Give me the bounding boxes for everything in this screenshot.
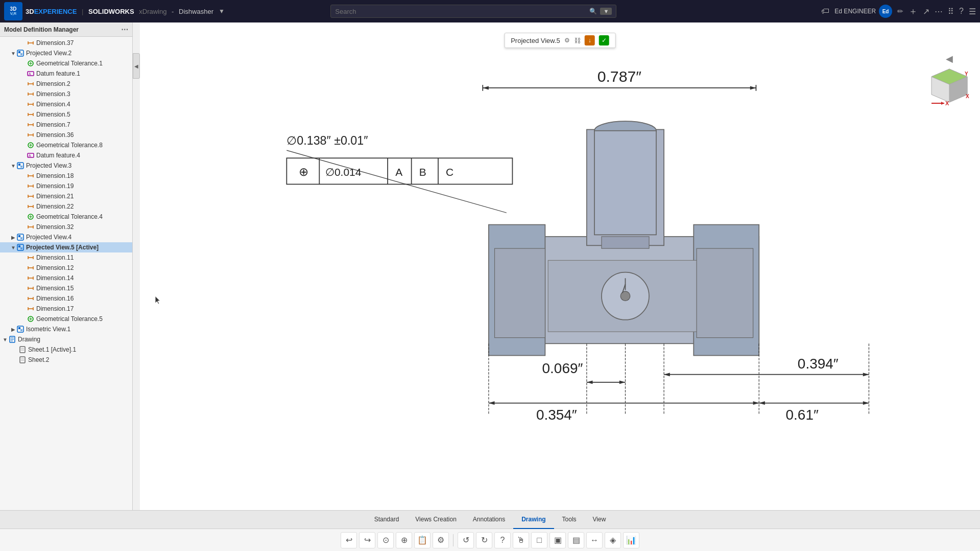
toolbar-display[interactable]: ◈ [605, 532, 621, 548]
tree-expand-iso1[interactable]: ▶ [10, 326, 16, 332]
tree-label: Dimension.37 [36, 39, 74, 47]
tree-item-dim36[interactable]: Dimension.36 [0, 130, 132, 140]
tree-item-iso1[interactable]: ▶Isometric View.1 [0, 324, 132, 334]
tree-item-pv2[interactable]: ▼Projected View.2 [0, 48, 132, 58]
svg-marker-125 [587, 380, 593, 384]
search-input[interactable] [335, 8, 586, 15]
toolbar-chart[interactable]: 📊 [623, 532, 639, 548]
tab-standard[interactable]: Standard [366, 511, 408, 529]
toolbar-transfer[interactable]: ↔ [586, 532, 603, 548]
toolbar-redo2[interactable]: ↻ [476, 532, 492, 548]
software-name: SOLIDWORKS [88, 8, 134, 15]
tab-drawing[interactable]: Drawing [513, 511, 554, 529]
share-icon[interactable]: ↗ [923, 7, 929, 16]
tree-expand-pv5[interactable]: ▼ [10, 244, 16, 250]
toolbar-split[interactable]: ▤ [568, 532, 584, 548]
badge-settings-icon[interactable]: ⚙ [564, 37, 570, 44]
tree-item-pv3[interactable]: ▼Projected View.3 [0, 160, 132, 171]
bottom-toolbar: ↩↪⊙⊕📋⚙↺↻?🖱□▣▤↔◈📊 [0, 529, 980, 551]
toolbar-redo[interactable]: ↪ [359, 532, 375, 548]
tree-icon-dim [27, 284, 35, 292]
add-icon[interactable]: ＋ [909, 5, 918, 17]
doc-dropdown-button[interactable]: ▼ [217, 7, 227, 16]
toolbar-window[interactable]: □ [531, 532, 547, 548]
toolbar-refresh[interactable]: ⊙ [377, 532, 394, 548]
toolbar-settings[interactable]: ⚙ [433, 532, 449, 548]
tree-item-datum4[interactable]: ADatum feature.4 [0, 150, 132, 160]
tree-item-dim18[interactable]: Dimension.18 [0, 171, 132, 181]
tree-expand-drawing[interactable]: ▼ [2, 336, 8, 342]
tree-label: Dimension.3 [36, 90, 70, 98]
panel-options-icon[interactable]: ⋯ [121, 26, 128, 34]
tree-item-dim7[interactable]: Dimension.7 [0, 120, 132, 130]
toolbar-help[interactable]: ? [494, 532, 511, 548]
svg-text:X: X [945, 100, 949, 106]
bookmark-icon[interactable]: 🏷 [821, 7, 829, 16]
tree-item-dim5[interactable]: Dimension.5 [0, 109, 132, 120]
network-icon[interactable]: ⋯ [935, 7, 943, 16]
tree-item-dim37[interactable]: Dimension.37 [0, 38, 132, 48]
tree-label: Datum feature.4 [36, 152, 80, 159]
tree-item-pv5[interactable]: ▼Projected View.5 [Active] [0, 242, 132, 252]
help-icon[interactable]: ? [959, 7, 964, 16]
badge-orange-button[interactable]: ↓ [585, 35, 595, 45]
pencil-icon[interactable]: ✏ [897, 7, 903, 15]
tree-item-dim11[interactable]: Dimension.11 [0, 252, 132, 263]
tree-expand-pv4[interactable]: ▶ [10, 234, 16, 240]
svg-marker-143 [941, 102, 944, 105]
tab-annotations[interactable]: Annotations [465, 511, 513, 529]
tree-item-geo8[interactable]: Geometrical Tolerance.8 [0, 140, 132, 150]
tree-item-dim16[interactable]: Dimension.16 [0, 293, 132, 304]
toolbar-undo2[interactable]: ↺ [458, 532, 474, 548]
tree-item-dim12[interactable]: Dimension.12 [0, 263, 132, 273]
tree-expand-pv2[interactable]: ▼ [10, 50, 16, 56]
tree-item-dim15[interactable]: Dimension.15 [0, 283, 132, 293]
tree-item-geo5[interactable]: Geometrical Tolerance.5 [0, 314, 132, 324]
tree-item-dim32[interactable]: Dimension.32 [0, 222, 132, 232]
tree-item-dim14[interactable]: Dimension.14 [0, 273, 132, 283]
apps-icon[interactable]: ⠿ [948, 7, 954, 16]
toolbar-sync[interactable]: ⊕ [396, 532, 412, 548]
orient-cube-svg[interactable]: Y X X [929, 66, 970, 107]
dim-bottom2-text: 0.394″ [798, 356, 839, 372]
tree-label: Dimension.5 [36, 111, 70, 118]
panel-collapse-button[interactable]: ◀ [133, 53, 140, 79]
orient-widget: ◀ Y X X [929, 53, 970, 107]
svg-rect-117 [495, 248, 545, 338]
tree-item-drawing[interactable]: ▼Drawing [0, 334, 132, 345]
badge-link-icon[interactable]: ⛓ [574, 37, 581, 44]
tab-tools[interactable]: Tools [554, 511, 585, 529]
tree-item-dim3[interactable]: Dimension.3 [0, 89, 132, 99]
tree-item-dim4[interactable]: Dimension.4 [0, 99, 132, 109]
toolbar-panel[interactable]: ▣ [549, 532, 566, 548]
tree-icon-dim [27, 274, 35, 282]
tree-item-datum1[interactable]: ADatum feature.1 [0, 68, 132, 79]
tree-item-sheet2[interactable]: Sheet.2 [0, 355, 132, 365]
search-dropdown-button[interactable]: ▼ [600, 8, 612, 15]
badge-green-button[interactable]: ✓ [599, 35, 609, 45]
toolbar-sep-6 [453, 534, 453, 546]
tree-icon-geo [27, 315, 35, 323]
active-view-badge: Projected View.5 ⚙ ⛓ ↓ ✓ [504, 33, 616, 48]
orient-left-arrow[interactable]: ◀ [946, 53, 953, 64]
tree-item-dim2[interactable]: Dimension.2 [0, 79, 132, 89]
tree-item-dim17[interactable]: Dimension.17 [0, 304, 132, 314]
tree-item-dim21[interactable]: Dimension.21 [0, 191, 132, 201]
tree-item-sheet1[interactable]: Sheet.1 [Active].1 [0, 345, 132, 355]
svg-marker-128 [664, 373, 670, 376]
tree-item-dim22[interactable]: Dimension.22 [0, 201, 132, 212]
tree-item-geo1[interactable]: Geometrical Tolerance.1 [0, 58, 132, 68]
logo-vr: V,R [10, 12, 17, 16]
tree-item-pv4[interactable]: ▶Projected View.4 [0, 232, 132, 242]
tab-view[interactable]: View [585, 511, 614, 529]
svg-marker-126 [619, 380, 626, 384]
toolbar-mouse[interactable]: 🖱 [513, 532, 529, 548]
tree-expand-pv3[interactable]: ▼ [10, 163, 16, 169]
tab-views_creation[interactable]: Views Creation [407, 511, 464, 529]
menu-icon[interactable]: ☰ [969, 7, 976, 16]
toolbar-undo[interactable]: ↩ [341, 532, 357, 548]
tree-item-dim19[interactable]: Dimension.19 [0, 181, 132, 191]
tree-item-geo4[interactable]: Geometrical Tolerance.4 [0, 212, 132, 222]
tree-icon-dim [27, 100, 35, 108]
toolbar-copy[interactable]: 📋 [414, 532, 431, 548]
